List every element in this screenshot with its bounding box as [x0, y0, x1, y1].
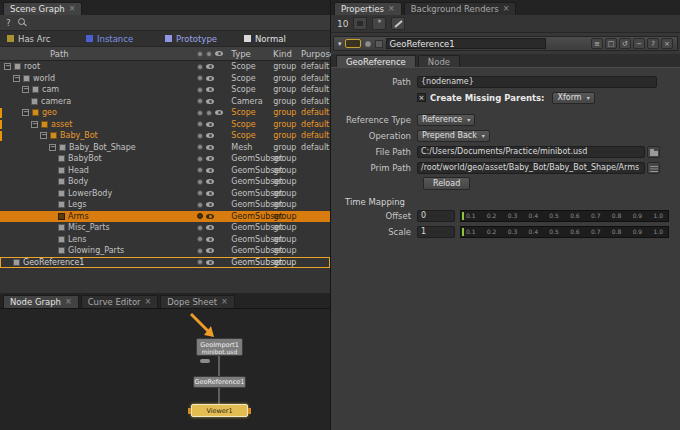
- search-icon[interactable]: [18, 18, 27, 27]
- instance-state-icon[interactable]: [197, 202, 203, 208]
- tree-row-misc-parts[interactable]: Misc_PartsGeomSubsetgroup: [0, 222, 330, 234]
- node-port-stub[interactable]: [200, 359, 210, 363]
- node-viewer[interactable]: Viewer1: [191, 404, 248, 417]
- tree-row-arms[interactable]: ArmsGeomSubsetgroup: [0, 211, 330, 223]
- visibility-icon[interactable]: [215, 110, 223, 115]
- instance-state-icon[interactable]: [197, 248, 203, 254]
- help-icon[interactable]: ?: [6, 18, 11, 28]
- tree-row-glowing-parts[interactable]: Glowing_PartsGeomSubsetgroup: [0, 245, 330, 257]
- tree-row-world[interactable]: −worldScopegroupdefault: [0, 73, 330, 85]
- tree-row-baby-bot[interactable]: −Baby_BotScopegroupdefault: [0, 130, 330, 142]
- visibility-icon[interactable]: [206, 179, 214, 184]
- tree-row-lowerbody[interactable]: LowerBodyGeomSubsetgroup: [0, 188, 330, 200]
- instance-state-icon[interactable]: [197, 87, 203, 93]
- visibility-icon[interactable]: [206, 225, 214, 230]
- visibility-icon[interactable]: [206, 122, 214, 127]
- visibility-icon[interactable]: [206, 99, 214, 104]
- instance-state-icon[interactable]: [197, 75, 203, 81]
- column-path[interactable]: Path: [0, 49, 197, 59]
- tree-row-legs[interactable]: LegsGeomSubsetgroup: [0, 199, 330, 211]
- visibility-icon[interactable]: [206, 237, 214, 242]
- node-geoimport[interactable]: GeoImport1 minibot.usd: [196, 338, 243, 356]
- expander-icon[interactable]: −: [13, 75, 20, 82]
- collapse-icon[interactable]: ▾: [338, 40, 342, 48]
- tree-row-baby-bot-shape[interactable]: −Baby_Bot_ShapeMeshgroupdefault: [0, 142, 330, 154]
- visibility-icon[interactable]: [206, 191, 214, 196]
- tree-row-body[interactable]: BodyGeomSubsetgroup: [0, 176, 330, 188]
- tree-row-asset[interactable]: −assetScopegroupdefault: [0, 119, 330, 131]
- node-link-icon[interactable]: [375, 40, 383, 48]
- instance-state-icon[interactable]: [197, 213, 203, 219]
- extra-state-icon[interactable]: [206, 110, 212, 116]
- xform-dropdown[interactable]: Xform ▾: [552, 92, 594, 104]
- tab-dope-sheet[interactable]: Dope Sheet×: [160, 295, 234, 308]
- expander-icon[interactable]: −: [40, 132, 47, 139]
- visibility-icon[interactable]: [206, 202, 214, 207]
- expander-icon[interactable]: −: [4, 63, 11, 70]
- tab-curve-editor[interactable]: Curve Editor×: [81, 295, 159, 308]
- instance-state-icon[interactable]: [197, 110, 203, 116]
- instance-state-icon[interactable]: [197, 156, 203, 162]
- tree-row-cam[interactable]: −camScopegroupdefault: [0, 84, 330, 96]
- edit-icon[interactable]: [391, 17, 405, 30]
- path-field[interactable]: {nodename}: [417, 76, 657, 88]
- instance-state-icon[interactable]: [197, 179, 203, 185]
- column-kind[interactable]: Kind: [273, 49, 301, 59]
- node-georeference[interactable]: GeoReference1: [193, 376, 246, 388]
- tree-row-geo[interactable]: −geoScopegroupdefault: [0, 107, 330, 119]
- tree-row-georeference1[interactable]: GeoReference1GeomSubsetgroup: [0, 257, 330, 269]
- visibility-icon[interactable]: [206, 156, 214, 161]
- tree-row-babybot[interactable]: BabyBotGeomSubsetgroup: [0, 153, 330, 165]
- close-icon[interactable]: ×: [65, 298, 72, 306]
- offset-time-ramp[interactable]: 0.10.20.30.40.50.60.70.80.91.0: [460, 210, 669, 222]
- instance-state-icon[interactable]: [197, 133, 203, 139]
- visibility-icon[interactable]: [206, 214, 214, 219]
- tab-node[interactable]: Node: [418, 55, 460, 67]
- tab-georeference[interactable]: GeoReference: [336, 55, 416, 67]
- scale-field[interactable]: 1: [417, 226, 455, 238]
- tree-row-camera[interactable]: cameraCameragroupdefault: [0, 96, 330, 108]
- tree-row-lens[interactable]: LensGeomSubsetgroup: [0, 234, 330, 246]
- close-icon[interactable]: ×: [661, 38, 673, 49]
- visibility-icon[interactable]: [206, 76, 214, 81]
- instance-state-icon[interactable]: [197, 64, 203, 70]
- tab-scene-graph[interactable]: Scene Graph ×: [3, 2, 82, 15]
- instance-state-icon[interactable]: [197, 225, 203, 231]
- create-missing-parents-checkbox[interactable]: ×: [417, 93, 426, 102]
- tab-background-renders[interactable]: Background Renders×: [404, 2, 517, 15]
- column-type[interactable]: Type: [231, 49, 273, 59]
- visibility-icon[interactable]: [206, 133, 214, 138]
- tab-properties[interactable]: Properties×: [334, 2, 402, 15]
- column-purpose[interactable]: Purpose: [301, 49, 330, 59]
- instance-state-icon[interactable]: [197, 167, 203, 173]
- close-icon[interactable]: ×: [145, 298, 152, 306]
- frame-icon[interactable]: □: [605, 38, 617, 49]
- reference-type-dropdown[interactable]: Reference ▾: [417, 114, 475, 126]
- frame-number[interactable]: 10: [337, 19, 348, 29]
- visibility-icon[interactable]: [206, 87, 214, 92]
- browse-file-icon[interactable]: [647, 146, 660, 158]
- help-icon[interactable]: ?: [647, 38, 659, 49]
- expander-icon[interactable]: −: [31, 121, 38, 128]
- instance-state-icon[interactable]: [197, 144, 203, 150]
- close-icon[interactable]: ×: [69, 5, 76, 13]
- tree-row-root[interactable]: −rootScopegroupdefault: [0, 61, 330, 73]
- instance-state-icon[interactable]: [197, 236, 203, 242]
- expander-icon[interactable]: −: [49, 144, 56, 151]
- operation-dropdown[interactable]: Prepend Back ▾: [417, 130, 490, 142]
- tab-node-graph[interactable]: Node Graph×: [3, 295, 79, 308]
- minimize-icon[interactable]: −: [633, 38, 645, 49]
- offset-field[interactable]: 0: [417, 210, 455, 222]
- instance-state-icon[interactable]: [197, 98, 203, 104]
- visibility-icon[interactable]: [206, 168, 214, 173]
- file-path-field[interactable]: C:/Users/Documents/Practice/minibot.usd: [417, 146, 645, 158]
- close-icon[interactable]: ×: [221, 298, 228, 306]
- menu-icon[interactable]: ≡: [591, 38, 603, 49]
- node-name-field[interactable]: GeoReference1: [386, 38, 546, 49]
- visibility-icon[interactable]: [206, 145, 214, 150]
- scale-time-ramp[interactable]: 0.10.20.30.40.50.60.70.80.91.0: [460, 226, 669, 238]
- expander-icon[interactable]: −: [22, 86, 29, 93]
- revert-icon[interactable]: ↺: [619, 38, 631, 49]
- close-icon[interactable]: ×: [388, 5, 395, 13]
- instance-state-icon[interactable]: [197, 259, 203, 265]
